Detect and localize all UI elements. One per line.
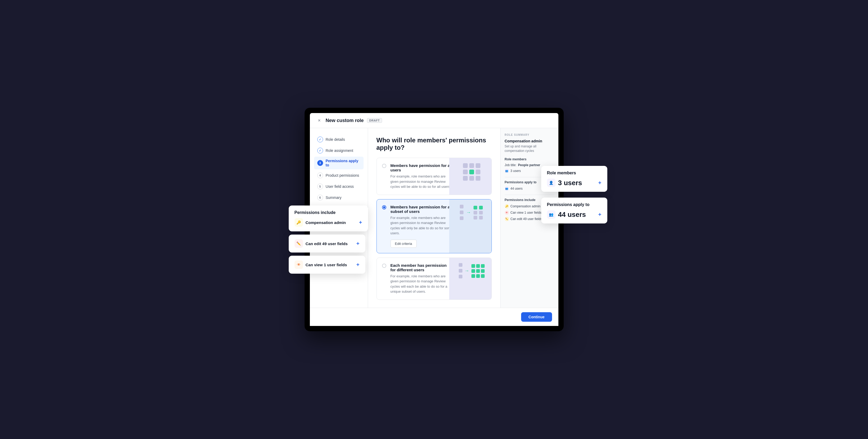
dot	[476, 170, 480, 174]
option-subset-users-label: Members have permission for a subset of …	[391, 205, 453, 214]
floating-comp-admin-row: 🔑 Compensation admin +	[294, 218, 362, 227]
dot-sm-green	[471, 269, 475, 273]
modal-footer: Continue	[310, 308, 558, 326]
floating-edit-row: ✏️ Can edit 49 user fields +	[294, 239, 360, 248]
sidebar-step-1: ✓	[317, 137, 323, 142]
edit-criteria-button[interactable]: Edit criteria	[391, 240, 417, 248]
floating-view-plus[interactable]: +	[356, 262, 360, 268]
subset-illustration: →	[457, 205, 486, 221]
main-content: Who will role members' permissions apply…	[368, 128, 500, 308]
option-all-users-label: Members have permission for all users	[391, 163, 453, 172]
sidebar-step-3: 3	[317, 160, 323, 166]
main-title: Who will role members' permissions apply…	[376, 137, 492, 151]
sidebar-item-role-details[interactable]: ✓ Role details	[314, 134, 364, 144]
floating-apply-count: 44 users	[558, 210, 586, 219]
floating-edit-label: Can edit 49 user fields	[306, 241, 348, 246]
draft-badge: DRAFT	[367, 118, 382, 123]
floating-eye-icon: 👁	[294, 261, 303, 269]
dot-sm	[473, 211, 477, 214]
floating-users-icon: 👤	[547, 178, 556, 187]
dot-sm	[459, 275, 462, 278]
role-summary-label: ROLE SUMMARY	[505, 133, 554, 136]
pencil-icon: ✏️	[505, 217, 509, 221]
option-different-users[interactable]: Each member has permission for different…	[376, 258, 492, 300]
sidebar-label-permissions-apply-to: Permissions apply to	[326, 159, 360, 167]
different-illustration: →	[457, 263, 486, 279]
dot-sm	[459, 269, 462, 273]
floating-members-count: 3 users	[558, 179, 582, 187]
floating-comp-admin-plus[interactable]: +	[359, 220, 362, 226]
dot	[476, 176, 480, 181]
role-members-title: Role members	[505, 158, 554, 161]
radio-all-users[interactable]	[382, 164, 386, 168]
modal-title: New custom role	[326, 118, 364, 123]
modal-header: × New custom role DRAFT	[310, 113, 558, 128]
close-button[interactable]: ×	[316, 117, 322, 124]
dot-sm	[460, 210, 463, 214]
dot-sm	[460, 216, 463, 220]
radio-circle-subset-users	[382, 205, 386, 209]
floating-pencil-icon: ✏️	[294, 239, 303, 248]
dot-sm-green	[476, 269, 480, 273]
sidebar-item-permissions-apply-to[interactable]: 3 Permissions apply to	[314, 157, 364, 169]
users-3-label: 3 users	[510, 169, 521, 173]
sidebar-step-2: ✓	[317, 148, 323, 154]
option-all-users[interactable]: Members have permission for all users Fo…	[376, 158, 492, 195]
dot-sm-green	[471, 274, 475, 278]
dot-sm-green	[479, 206, 483, 209]
radio-circle-all-users	[382, 164, 386, 168]
floating-apply-icon: 👥	[547, 210, 556, 219]
option-all-users-desc: For example, role members who are given …	[391, 174, 453, 190]
floating-apply-plus[interactable]: +	[598, 211, 601, 218]
sidebar-label-summary: Summary	[326, 196, 342, 200]
all-users-illustration	[457, 163, 486, 181]
floating-permissions-apply: Permissions apply to 👥 44 users +	[541, 198, 607, 224]
option-different-users-desc: For example, role members who are given …	[391, 274, 453, 294]
job-title-label: Job title:	[505, 163, 517, 167]
option-subset-users[interactable]: Members have permission for a subset of …	[376, 199, 492, 253]
sidebar-step-5: 5	[317, 183, 323, 190]
radio-different-users[interactable]	[382, 264, 386, 268]
sidebar-item-role-assignment[interactable]: ✓ Role assignment	[314, 145, 364, 156]
dot-sm	[479, 216, 483, 220]
sidebar-step-6: 6	[317, 195, 323, 201]
dot-green	[469, 170, 474, 174]
floating-permissions-include: Permissions include 🔑 Compensation admin…	[289, 205, 368, 231]
radio-subset-users[interactable]	[382, 205, 386, 209]
dot-sm-green	[471, 264, 475, 268]
floating-edit-plus[interactable]: +	[356, 241, 360, 247]
sidebar-item-product-permissions[interactable]: 4 Product permissions	[314, 170, 364, 180]
dot	[469, 163, 474, 168]
dot-sm-green	[473, 206, 477, 209]
dot	[476, 163, 480, 168]
sidebar-item-summary[interactable]: 6 Summary	[314, 193, 364, 203]
dot	[469, 176, 474, 181]
comp-admin-label: Compensation admin	[510, 204, 540, 208]
option-subset-users-desc: For example, role members who are given …	[391, 215, 453, 236]
floating-key-icon: 🔑	[294, 218, 303, 227]
dot-sm-green	[481, 269, 485, 273]
continue-button[interactable]: Continue	[521, 312, 552, 322]
sidebar-label-role-details: Role details	[326, 137, 345, 142]
option-different-users-label: Each member has permission for different…	[391, 263, 453, 272]
floating-view-label: Can view 1 user fields	[306, 263, 347, 267]
dot	[463, 163, 468, 168]
sidebar-label-product-permissions: Product permissions	[326, 173, 359, 177]
floating-permissions-title: Permissions include	[294, 210, 362, 215]
floating-members-plus[interactable]: +	[598, 180, 601, 186]
floating-can-view: 👁 Can view 1 user fields +	[289, 256, 365, 274]
view-fields-label: Can view 1 user fields	[510, 211, 541, 214]
dot-sm-green	[476, 274, 480, 278]
floating-members-count-row: 👤 3 users +	[547, 178, 601, 187]
key-icon: 🔑	[505, 204, 509, 208]
job-title-value: People partner	[518, 163, 540, 167]
sidebar-label-user-field-access: User field access	[326, 184, 354, 189]
floating-apply-count-row: 👥 44 users +	[547, 210, 601, 219]
floating-comp-admin-label: Compensation admin	[306, 220, 346, 225]
edit-fields-label: Can edit 49 user fields	[510, 217, 542, 221]
dot	[463, 176, 468, 181]
sidebar-item-user-field-access[interactable]: 5 User field access	[314, 181, 364, 192]
sidebar-step-4: 4	[317, 172, 323, 178]
floating-role-members: Role members 👤 3 users +	[541, 166, 607, 192]
floating-view-row: 👁 Can view 1 user fields +	[294, 261, 360, 269]
